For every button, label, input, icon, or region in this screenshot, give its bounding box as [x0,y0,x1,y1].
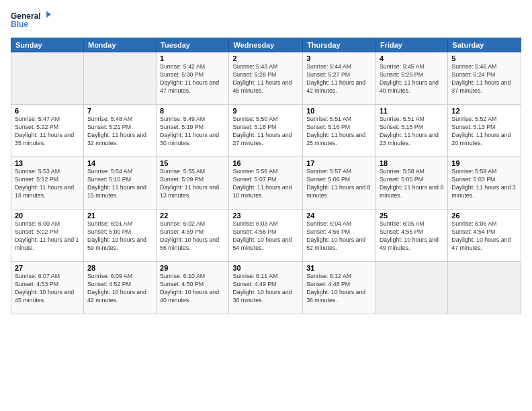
day-info: Sunrise: 5:48 AM Sunset: 5:21 PM Dayligh… [87,116,152,148]
day-info: Sunrise: 5:43 AM Sunset: 5:28 PM Dayligh… [232,63,299,95]
day-number: 4 [380,54,444,62]
calendar-body: 1Sunrise: 5:42 AM Sunset: 5:30 PM Daylig… [11,52,521,314]
calendar-cell [375,262,447,314]
weekday-header: Thursday [303,38,376,52]
day-info: Sunrise: 6:02 AM Sunset: 4:59 PM Dayligh… [160,220,225,253]
logo-svg: General Blue [11,8,51,32]
day-info: Sunrise: 6:04 AM Sunset: 4:56 PM Dayligh… [306,220,372,253]
day-info: Sunrise: 5:50 AM Sunset: 5:18 PM Dayligh… [232,116,299,148]
calendar-cell: 30Sunrise: 6:11 AM Sunset: 4:49 PM Dayli… [229,262,303,314]
day-number: 21 [87,212,152,220]
day-info: Sunrise: 5:47 AM Sunset: 5:22 PM Dayligh… [15,116,80,148]
day-number: 1 [160,54,225,62]
day-info: Sunrise: 5:55 AM Sunset: 5:09 PM Dayligh… [160,168,225,200]
calendar-week-row: 20Sunrise: 6:00 AM Sunset: 5:02 PM Dayli… [11,210,521,262]
calendar-cell: 1Sunrise: 5:42 AM Sunset: 5:30 PM Daylig… [157,52,229,105]
day-number: 18 [380,159,444,167]
day-number: 16 [232,159,299,167]
calendar-cell: 21Sunrise: 6:01 AM Sunset: 5:00 PM Dayli… [83,210,156,262]
day-number: 28 [87,264,152,272]
calendar-cell: 23Sunrise: 6:03 AM Sunset: 4:58 PM Dayli… [229,210,303,262]
day-info: Sunrise: 6:03 AM Sunset: 4:58 PM Dayligh… [232,220,299,253]
day-number: 22 [160,212,225,220]
day-number: 31 [306,264,372,272]
calendar-header: SundayMondayTuesdayWednesdayThursdayFrid… [11,38,521,52]
day-number: 26 [451,212,517,220]
calendar-cell: 13Sunrise: 5:53 AM Sunset: 5:12 PM Dayli… [11,157,84,210]
day-number: 14 [87,159,152,167]
calendar-cell [83,52,156,105]
day-info: Sunrise: 5:44 AM Sunset: 5:27 PM Dayligh… [306,63,372,95]
day-info: Sunrise: 6:06 AM Sunset: 4:54 PM Dayligh… [451,220,517,253]
day-info: Sunrise: 5:45 AM Sunset: 5:25 PM Dayligh… [380,63,444,95]
calendar-cell: 8Sunrise: 5:49 AM Sunset: 5:19 PM Daylig… [157,105,229,157]
calendar-cell: 22Sunrise: 6:02 AM Sunset: 4:59 PM Dayli… [157,210,229,262]
weekday-header: Sunday [11,38,84,52]
day-info: Sunrise: 6:05 AM Sunset: 4:55 PM Dayligh… [380,220,444,253]
calendar-week-row: 6Sunrise: 5:47 AM Sunset: 5:22 PM Daylig… [11,105,521,157]
calendar-cell: 24Sunrise: 6:04 AM Sunset: 4:56 PM Dayli… [303,210,376,262]
svg-text:Blue: Blue [11,19,28,29]
calendar-cell: 3Sunrise: 5:44 AM Sunset: 5:27 PM Daylig… [303,52,376,105]
calendar-cell: 9Sunrise: 5:50 AM Sunset: 5:18 PM Daylig… [229,105,303,157]
calendar-cell: 6Sunrise: 5:47 AM Sunset: 5:22 PM Daylig… [11,105,84,157]
calendar-cell: 28Sunrise: 6:09 AM Sunset: 4:52 PM Dayli… [83,262,156,314]
weekday-row: SundayMondayTuesdayWednesdayThursdayFrid… [11,38,521,52]
weekday-header: Monday [83,38,156,52]
calendar-week-row: 13Sunrise: 5:53 AM Sunset: 5:12 PM Dayli… [11,157,521,210]
day-number: 20 [15,212,80,220]
day-info: Sunrise: 5:42 AM Sunset: 5:30 PM Dayligh… [160,63,225,95]
calendar-cell: 26Sunrise: 6:06 AM Sunset: 4:54 PM Dayli… [448,210,521,262]
day-info: Sunrise: 5:54 AM Sunset: 5:10 PM Dayligh… [87,168,152,200]
calendar-cell: 2Sunrise: 5:43 AM Sunset: 5:28 PM Daylig… [229,52,303,105]
calendar-cell: 20Sunrise: 6:00 AM Sunset: 5:02 PM Dayli… [11,210,84,262]
weekday-header: Saturday [448,38,521,52]
day-number: 2 [232,54,299,62]
day-number: 24 [306,212,372,220]
day-number: 23 [232,212,299,220]
svg-marker-2 [46,11,51,17]
day-info: Sunrise: 5:52 AM Sunset: 5:13 PM Dayligh… [451,116,517,148]
day-info: Sunrise: 5:51 AM Sunset: 5:16 PM Dayligh… [306,116,372,148]
calendar-cell: 15Sunrise: 5:55 AM Sunset: 5:09 PM Dayli… [157,157,229,210]
day-number: 10 [306,107,372,115]
day-info: Sunrise: 6:07 AM Sunset: 4:53 PM Dayligh… [15,273,80,305]
calendar-cell: 5Sunrise: 5:46 AM Sunset: 5:24 PM Daylig… [448,52,521,105]
day-number: 12 [451,107,517,115]
day-number: 11 [380,107,444,115]
day-number: 25 [380,212,444,220]
calendar-cell: 18Sunrise: 5:58 AM Sunset: 5:05 PM Dayli… [375,157,447,210]
calendar-cell: 31Sunrise: 6:12 AM Sunset: 4:48 PM Dayli… [303,262,376,314]
weekday-header: Tuesday [157,38,229,52]
calendar-cell: 16Sunrise: 5:56 AM Sunset: 5:07 PM Dayli… [229,157,303,210]
calendar-cell: 14Sunrise: 5:54 AM Sunset: 5:10 PM Dayli… [83,157,156,210]
day-info: Sunrise: 6:01 AM Sunset: 5:00 PM Dayligh… [87,220,152,253]
day-info: Sunrise: 5:59 AM Sunset: 5:03 PM Dayligh… [451,168,517,200]
header: General Blue [11,8,521,32]
day-number: 5 [451,54,517,62]
day-info: Sunrise: 6:00 AM Sunset: 5:02 PM Dayligh… [15,220,80,253]
day-info: Sunrise: 6:09 AM Sunset: 4:52 PM Dayligh… [87,273,152,305]
day-info: Sunrise: 5:53 AM Sunset: 5:12 PM Dayligh… [15,168,80,200]
day-number: 13 [15,159,80,167]
day-number: 19 [451,159,517,167]
calendar-cell: 12Sunrise: 5:52 AM Sunset: 5:13 PM Dayli… [448,105,521,157]
calendar-cell: 10Sunrise: 5:51 AM Sunset: 5:16 PM Dayli… [303,105,376,157]
day-number: 9 [232,107,299,115]
day-number: 6 [15,107,80,115]
calendar-cell [11,52,84,105]
day-info: Sunrise: 6:10 AM Sunset: 4:50 PM Dayligh… [160,273,225,305]
calendar-cell: 4Sunrise: 5:45 AM Sunset: 5:25 PM Daylig… [375,52,447,105]
page: General Blue SundayMondayTuesdayWednesda… [0,0,532,411]
day-info: Sunrise: 5:57 AM Sunset: 5:06 PM Dayligh… [306,168,372,200]
day-number: 15 [160,159,225,167]
calendar-cell: 27Sunrise: 6:07 AM Sunset: 4:53 PM Dayli… [11,262,84,314]
weekday-header: Wednesday [229,38,303,52]
day-number: 27 [15,264,80,272]
calendar-table: SundayMondayTuesdayWednesdayThursdayFrid… [11,38,521,314]
calendar-cell: 25Sunrise: 6:05 AM Sunset: 4:55 PM Dayli… [375,210,447,262]
day-number: 8 [160,107,225,115]
calendar-cell: 7Sunrise: 5:48 AM Sunset: 5:21 PM Daylig… [83,105,156,157]
calendar-cell: 11Sunrise: 5:51 AM Sunset: 5:15 PM Dayli… [375,105,447,157]
day-number: 7 [87,107,152,115]
